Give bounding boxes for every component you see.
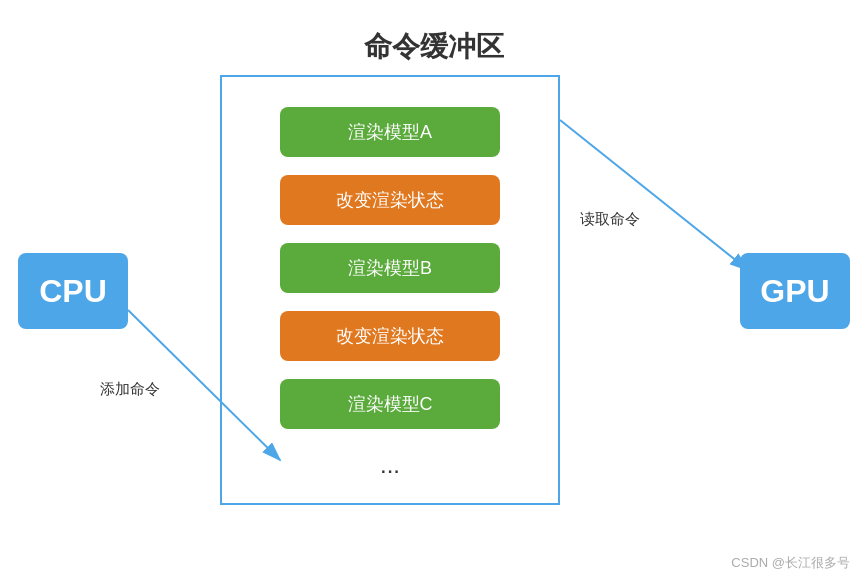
buffer-item-3: 改变渲染状态 <box>280 311 500 361</box>
buffer-item-2: 渲染模型B <box>280 243 500 293</box>
ellipsis-indicator: ... <box>222 451 558 479</box>
buffer-items-list: 渲染模型A改变渲染状态渲染模型B改变渲染状态渲染模型C <box>222 107 558 429</box>
label-add-command: 添加命令 <box>100 380 160 399</box>
watermark: CSDN @长江很多号 <box>731 554 850 572</box>
cpu-label: CPU <box>39 273 107 310</box>
gpu-box: GPU <box>740 253 850 329</box>
command-buffer-box: 渲染模型A改变渲染状态渲染模型B改变渲染状态渲染模型C ... <box>220 75 560 505</box>
diagram-container: 命令缓冲区 渲染模型A改变渲染状态渲染模型B改变渲染状态渲染模型C ... CP… <box>0 0 868 586</box>
buffer-item-4: 渲染模型C <box>280 379 500 429</box>
label-read-command: 读取命令 <box>580 210 640 229</box>
cpu-box: CPU <box>18 253 128 329</box>
svg-line-2 <box>560 120 748 270</box>
buffer-item-1: 改变渲染状态 <box>280 175 500 225</box>
gpu-label: GPU <box>760 273 829 310</box>
diagram-title: 命令缓冲区 <box>364 28 504 66</box>
buffer-item-0: 渲染模型A <box>280 107 500 157</box>
